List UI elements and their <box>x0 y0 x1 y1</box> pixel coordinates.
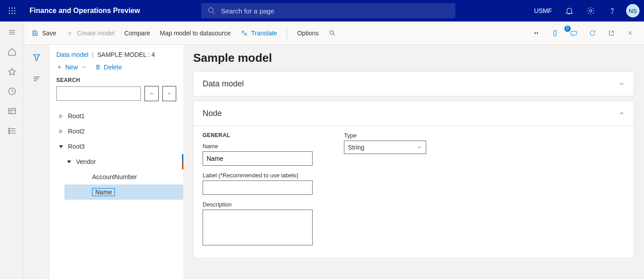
search-prev-button[interactable] <box>144 86 159 101</box>
section-body-node: GENERAL Name Label (*Recommended to use … <box>194 125 634 258</box>
compare-button[interactable]: Compare <box>124 30 150 37</box>
translate-button[interactable]: Translate <box>241 30 277 37</box>
spacer <box>81 173 89 180</box>
field-label-input[interactable] <box>203 180 313 195</box>
tree-pane: Data model | SAMPLE MODEL : 4 New Delete <box>49 45 183 279</box>
svg-point-6 <box>9 13 10 14</box>
commandbar-right: 0 <box>530 26 637 40</box>
search-icon <box>208 7 216 15</box>
svg-rect-26 <box>34 33 36 35</box>
map-model-button[interactable]: Map model to datasource <box>160 30 231 37</box>
tree-root3[interactable]: Root3 <box>49 139 183 154</box>
collapse-icon[interactable] <box>57 143 64 150</box>
svg-point-9 <box>208 8 213 13</box>
svg-line-10 <box>212 12 215 14</box>
left-nav-rail <box>0 21 24 279</box>
svg-point-5 <box>14 10 15 11</box>
create-model-label: Create model <box>77 30 114 37</box>
tree-node-label: Root1 <box>68 112 85 120</box>
expand-icon[interactable] <box>57 128 64 135</box>
recents-clock-icon[interactable] <box>7 86 17 97</box>
svg-point-29 <box>330 30 333 34</box>
tree-node-label: Root2 <box>68 128 85 135</box>
svg-rect-22 <box>8 130 10 132</box>
app-title: Finance and Operations Preview <box>30 7 140 15</box>
save-label: Save <box>42 30 56 37</box>
workspaces-icon[interactable] <box>7 106 17 116</box>
tree-node-label: Root3 <box>68 143 85 150</box>
field-type-value: String <box>348 144 364 151</box>
svg-point-11 <box>590 10 592 12</box>
app-launcher-icon[interactable] <box>5 4 19 17</box>
expand-icon[interactable] <box>57 112 64 120</box>
attachments-icon[interactable] <box>548 26 562 40</box>
model-tree: Root1 Root2 Root3 Vendor <box>49 106 183 200</box>
popout-icon[interactable] <box>605 26 618 40</box>
section-label: Data model <box>203 79 244 89</box>
group-general-label: GENERAL <box>203 132 313 138</box>
field-name-input[interactable] <box>203 151 313 166</box>
section-head-data-model[interactable]: Data model <box>194 72 634 96</box>
chevron-down-icon <box>80 64 87 70</box>
field-name-label: Name <box>203 143 313 150</box>
field-label-label: Label (*Recommended to use labels) <box>203 172 313 179</box>
close-icon[interactable] <box>623 26 637 40</box>
home-icon[interactable] <box>7 47 17 57</box>
search-next-button[interactable] <box>162 86 177 101</box>
general-column: GENERAL Name Label (*Recommended to use … <box>203 132 313 252</box>
detail-pane: Sample model Data model Node GENERAL <box>183 45 644 279</box>
search-section-label: SEARCH <box>49 77 183 83</box>
tree-root1[interactable]: Root1 <box>49 108 183 124</box>
filter-column <box>24 45 49 279</box>
user-avatar[interactable]: NS <box>626 4 640 17</box>
funnel-filter-icon[interactable] <box>32 53 41 62</box>
hamburger-icon[interactable] <box>7 27 17 38</box>
options-button[interactable]: Options <box>297 30 318 37</box>
attachment-badge: 0 <box>564 26 571 32</box>
delete-label: Delete <box>104 64 122 71</box>
svg-rect-17 <box>8 108 15 114</box>
settings-gear-icon[interactable] <box>580 0 601 21</box>
svg-point-2 <box>14 8 15 9</box>
content-wrap: Save Create model Compare Map model to d… <box>24 21 644 279</box>
tree-accountnumber[interactable]: AccountNumber <box>49 169 183 185</box>
options-label: Options <box>297 30 318 37</box>
node-status-marker <box>182 154 183 169</box>
svg-point-3 <box>9 10 10 11</box>
tree-search-input[interactable] <box>56 86 141 101</box>
personalize-icon[interactable] <box>530 26 543 40</box>
section-head-node[interactable]: Node <box>194 101 634 125</box>
chevron-up-icon <box>619 110 625 116</box>
org-selector[interactable]: USMF <box>528 7 558 14</box>
modules-list-icon[interactable] <box>7 125 17 136</box>
search-row <box>49 83 183 106</box>
favorites-star-icon[interactable] <box>7 66 17 77</box>
tree-node-label: AccountNumber <box>92 173 137 180</box>
breadcrumb-page-link[interactable]: Data model <box>56 51 89 58</box>
type-column: Type String <box>344 132 426 252</box>
tree-node-label: Vendor <box>76 158 96 165</box>
refresh-icon[interactable] <box>586 26 599 40</box>
page-search-button[interactable] <box>329 30 336 37</box>
svg-point-7 <box>12 13 13 14</box>
svg-point-4 <box>12 10 13 11</box>
map-model-label: Map model to datasource <box>160 30 231 37</box>
field-type-select[interactable]: String <box>344 141 426 154</box>
svg-rect-20 <box>8 128 10 129</box>
command-divider <box>287 27 287 39</box>
field-description-input[interactable] <box>203 210 313 245</box>
tree-name-selected[interactable]: Name <box>64 185 183 200</box>
delete-node-button[interactable]: Delete <box>95 64 122 71</box>
notifications-icon[interactable] <box>559 0 580 21</box>
help-icon[interactable] <box>602 0 623 21</box>
collapse-icon[interactable] <box>65 158 72 165</box>
tree-root2[interactable]: Root2 <box>49 124 183 139</box>
save-button[interactable]: Save <box>31 30 56 37</box>
sort-lines-icon[interactable] <box>32 74 41 83</box>
tree-vendor[interactable]: Vendor <box>49 154 183 169</box>
svg-line-30 <box>333 34 335 35</box>
body-area: Data model | SAMPLE MODEL : 4 New Delete <box>24 45 644 279</box>
global-search[interactable]: Search for a page <box>201 3 455 18</box>
new-node-button[interactable]: New <box>56 64 87 71</box>
messages-badge-icon[interactable]: 0 <box>567 26 580 40</box>
